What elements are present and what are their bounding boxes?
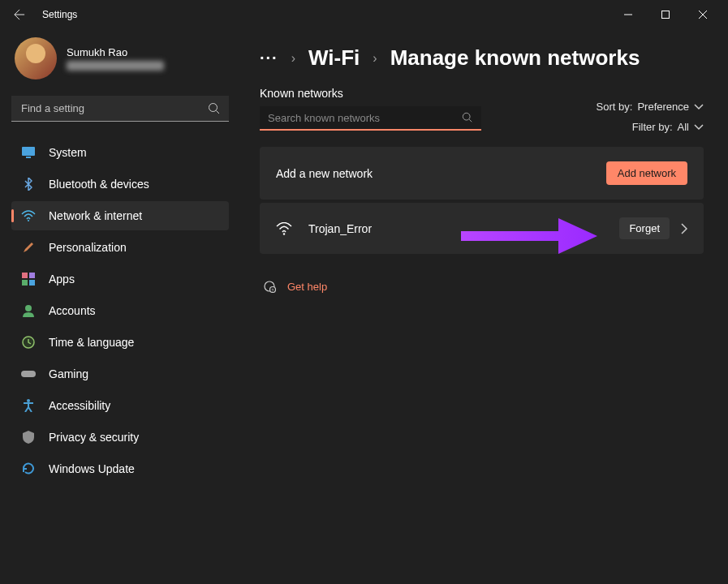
svg-rect-5 (22, 273, 28, 278)
breadcrumb-more[interactable]: ··· (260, 49, 278, 67)
sidebar-item-accessibility[interactable]: Accessibility (11, 391, 229, 420)
search-icon (462, 112, 473, 123)
forget-button[interactable]: Forget (619, 217, 670, 239)
sidebar: Sumukh Rao System Bluetooth & devices Ne… (0, 29, 235, 584)
settings-search (11, 96, 229, 122)
avatar (15, 37, 57, 79)
svg-rect-11 (21, 371, 36, 377)
person-icon (21, 303, 36, 318)
maximize-icon (661, 11, 670, 19)
get-help-link[interactable]: Get help (287, 281, 327, 293)
profile-email-blurred (67, 61, 164, 71)
filter-value: All (678, 121, 689, 133)
gamepad-icon (21, 367, 36, 381)
chevron-right-icon[interactable] (681, 223, 687, 234)
wifi-signal-icon (276, 222, 292, 235)
clock-icon (21, 335, 36, 350)
search-networks (260, 106, 481, 131)
sort-value: Preference (637, 101, 689, 113)
svg-rect-2 (22, 147, 35, 156)
sidebar-item-label: Windows Update (49, 462, 135, 475)
sidebar-item-windows-update[interactable]: Windows Update (11, 454, 229, 483)
svg-rect-7 (22, 280, 28, 286)
sidebar-item-label: Network & internet (49, 209, 142, 222)
sidebar-item-system[interactable]: System (11, 138, 229, 167)
sidebar-item-accounts[interactable]: Accounts (11, 296, 229, 325)
svg-rect-0 (662, 11, 670, 19)
sidebar-item-personalization[interactable]: Personalization (11, 233, 229, 262)
chevron-right-icon: › (373, 51, 377, 66)
get-help-row: ? Get help (263, 280, 704, 293)
sort-dropdown[interactable]: Sort by: Preference (597, 101, 704, 113)
network-item[interactable]: Trojan_Error Forget (260, 203, 704, 254)
bluetooth-icon (21, 177, 36, 191)
sidebar-item-label: Apps (49, 273, 75, 286)
close-icon (699, 11, 707, 19)
search-icon (208, 102, 221, 115)
help-icon: ? (263, 280, 276, 293)
app-title: Settings (42, 9, 77, 20)
sidebar-item-label: Accounts (49, 304, 96, 317)
add-card-label: Add a new network (276, 167, 373, 180)
svg-point-4 (28, 220, 29, 221)
back-button[interactable] (6, 2, 32, 28)
sidebar-item-apps[interactable]: Apps (11, 264, 229, 294)
section-label: Known networks (260, 87, 481, 100)
shield-icon (21, 430, 36, 444)
breadcrumb: ··· › Wi-Fi › Manage known networks (260, 45, 704, 71)
close-button[interactable] (684, 2, 722, 28)
brush-icon (21, 240, 36, 255)
sidebar-item-label: Privacy & security (49, 431, 139, 444)
apps-icon (21, 272, 36, 286)
add-network-card: Add a new network Add network (260, 147, 704, 200)
system-icon (21, 145, 36, 160)
sidebar-item-network[interactable]: Network & internet (11, 201, 229, 230)
sidebar-item-label: System (49, 146, 87, 159)
svg-point-14 (283, 233, 285, 234)
sidebar-item-gaming[interactable]: Gaming (11, 359, 229, 389)
sidebar-item-label: Time & language (49, 336, 134, 349)
accessibility-icon (21, 398, 36, 413)
svg-point-9 (25, 305, 32, 311)
sidebar-item-label: Gaming (49, 367, 88, 380)
chevron-down-icon (694, 104, 704, 110)
add-network-button[interactable]: Add network (606, 161, 687, 185)
minimize-button[interactable] (610, 2, 647, 28)
profile-name: Sumukh Rao (67, 46, 229, 58)
svg-point-13 (463, 113, 470, 120)
svg-rect-3 (26, 157, 31, 158)
sidebar-item-label: Personalization (49, 241, 127, 254)
chevron-down-icon (694, 124, 704, 131)
svg-rect-8 (29, 280, 35, 286)
titlebar: Settings (0, 0, 728, 29)
breadcrumb-wifi[interactable]: Wi-Fi (308, 45, 360, 71)
sort-label: Sort by: (597, 101, 633, 113)
profile[interactable]: Sumukh Rao (15, 37, 229, 79)
main-content: ··· › Wi-Fi › Manage known networks Know… (235, 29, 728, 584)
breadcrumb-current: Manage known networks (390, 45, 640, 71)
sidebar-item-time-language[interactable]: Time & language (11, 328, 229, 357)
sidebar-item-label: Accessibility (49, 399, 110, 412)
sidebar-item-label: Bluetooth & devices (49, 178, 149, 191)
wifi-icon (21, 208, 36, 223)
svg-point-1 (209, 104, 218, 112)
svg-rect-6 (29, 273, 35, 278)
filter-label: Filter by: (632, 121, 673, 133)
arrow-left-icon (14, 9, 25, 20)
maximize-button[interactable] (647, 2, 684, 28)
search-input[interactable] (11, 96, 229, 122)
network-name: Trojan_Error (308, 222, 372, 235)
sidebar-item-bluetooth[interactable]: Bluetooth & devices (11, 170, 229, 199)
svg-point-12 (27, 399, 30, 402)
update-icon (21, 462, 36, 476)
filter-dropdown[interactable]: Filter by: All (632, 121, 704, 133)
svg-text:?: ? (272, 288, 274, 293)
chevron-right-icon: › (291, 51, 295, 66)
sidebar-item-privacy[interactable]: Privacy & security (11, 423, 229, 452)
minimize-icon (624, 11, 632, 19)
search-networks-input[interactable] (260, 106, 481, 131)
